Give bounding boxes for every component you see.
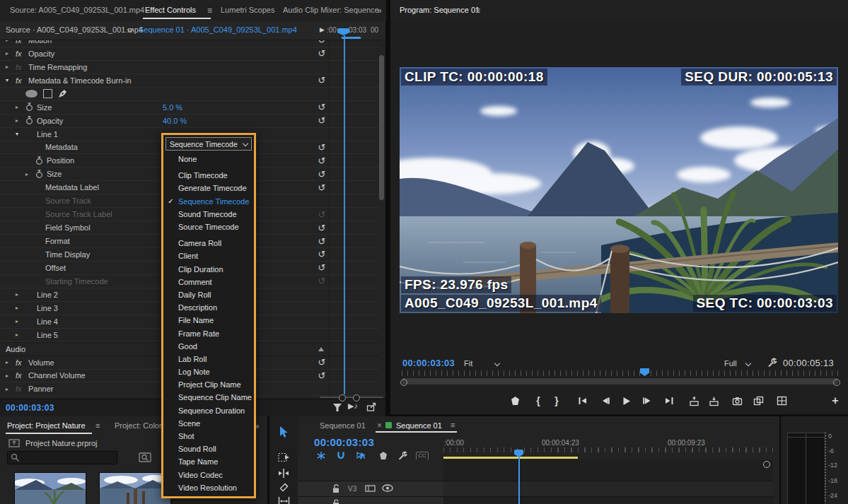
disclosure-triangle-icon[interactable]: ▸: [16, 117, 25, 124]
scrollbar-handle-right[interactable]: [833, 379, 840, 386]
program-panel-menu-icon[interactable]: ≡: [475, 6, 480, 16]
dropdown-item-none[interactable]: None: [163, 153, 254, 165]
zoom-level-select[interactable]: Fit: [464, 359, 472, 368]
program-video-frame[interactable]: CLIP TC: 00:00:00:18 SEQ DUR: 00:00:05:1…: [400, 67, 838, 313]
tab-source-monitor[interactable]: Source: A005_C049_09253L_001.mp4: [10, 6, 144, 14]
effect-row-size[interactable]: ▸Size5.0 %↺: [0, 101, 379, 115]
playback-resolution-select[interactable]: Full: [724, 359, 737, 368]
reset-parameter-icon[interactable]: ↺: [316, 156, 327, 166]
comparison-view-button[interactable]: [750, 394, 766, 408]
multi-camera-view-button[interactable]: [774, 394, 789, 408]
dropdown-item-daily-roll[interactable]: Daily Roll: [163, 288, 254, 301]
search-bin-icon[interactable]: [139, 452, 151, 462]
play-button[interactable]: [618, 394, 634, 408]
effect-row-opacity[interactable]: ▸fxOpacity↺: [0, 47, 379, 61]
ecp-playhead-line[interactable]: [344, 35, 345, 394]
play-audio-icon[interactable]: ▶♪: [348, 402, 358, 411]
reset-parameter-icon[interactable]: ↺: [316, 48, 327, 59]
selection-tool[interactable]: [277, 426, 291, 440]
thumbnail-clip-1[interactable]: [14, 472, 86, 504]
track-output-eye-icon[interactable]: [382, 484, 393, 492]
reset-parameter-icon[interactable]: ↺: [316, 262, 327, 273]
dropdown-item-sound-timecode[interactable]: Sound Timecode: [163, 208, 254, 221]
stopwatch-icon[interactable]: [35, 170, 47, 179]
step-back-button[interactable]: [598, 394, 613, 408]
dropdown-item-frame-rate[interactable]: Frame Rate: [163, 327, 254, 339]
go-to-in-button[interactable]: [575, 394, 591, 408]
timeline-scrollbar-handle[interactable]: [763, 461, 770, 468]
disclosure-triangle-icon[interactable]: ▾: [16, 131, 25, 137]
dropdown-item-sequence-duration[interactable]: Sequence Duration: [163, 404, 254, 417]
fx-badge-icon[interactable]: fx: [16, 358, 28, 367]
metadata-select[interactable]: Sequence Timecode: [165, 137, 252, 151]
stopwatch-icon[interactable]: [25, 102, 37, 112]
reset-parameter-icon[interactable]: ↺: [316, 115, 327, 126]
loop-playback-icon[interactable]: [366, 402, 377, 412]
tab-project-nature[interactable]: Project: Project Nature: [7, 421, 86, 430]
reset-parameter-icon[interactable]: ↺: [316, 182, 327, 193]
filter-properties-icon[interactable]: [332, 403, 343, 413]
dropdown-item-comment[interactable]: Comment: [163, 276, 254, 288]
thumbnail-clip-2[interactable]: [99, 472, 171, 504]
tab-sequence-01-active[interactable]: Sequence 01: [396, 421, 442, 430]
reset-parameter-icon[interactable]: ↺: [316, 142, 327, 153]
disclosure-triangle-icon[interactable]: ▸: [6, 50, 16, 57]
panel-menu-icon[interactable]: ≡: [207, 6, 212, 16]
fx-badge-icon[interactable]: fx: [16, 371, 28, 380]
program-scrub-ruler[interactable]: [402, 370, 838, 376]
search-input[interactable]: [20, 453, 108, 463]
scrollbar-handle-left[interactable]: [400, 379, 407, 386]
dropdown-item-camera-roll[interactable]: Camera Roll: [163, 237, 254, 250]
dropdown-item-shot[interactable]: Shot: [163, 430, 254, 443]
dropdown-item-client[interactable]: Client: [163, 250, 254, 262]
ecp-zoom-track[interactable]: [320, 397, 383, 398]
timeline-panel-menu-icon[interactable]: ≡: [451, 421, 455, 429]
lift-button[interactable]: [686, 394, 702, 408]
dropdown-item-good[interactable]: Good: [163, 340, 254, 353]
tab-program-monitor[interactable]: Program: Sequence 01: [400, 6, 480, 14]
tab-sequence-01-inactive[interactable]: Sequence 01: [320, 421, 366, 430]
sequence-clip-label[interactable]: Sequence 01 · A005_C049_09253L_001.mp4: [139, 25, 297, 34]
dropdown-item-log-note[interactable]: Log Note: [163, 365, 254, 378]
tab-audio-clip-mixer[interactable]: Audio Clip Mixer: Sequence: [283, 6, 379, 14]
button-editor-button[interactable]: +: [827, 394, 843, 408]
reset-parameter-icon[interactable]: ↺: [316, 249, 327, 259]
disclosure-triangle-icon[interactable]: ▸: [16, 318, 25, 324]
show-timeline-toggle-icon[interactable]: ▶: [320, 26, 325, 33]
disclosure-triangle-icon[interactable]: ▸: [16, 291, 25, 298]
property-value[interactable]: 5.0 %: [163, 103, 182, 112]
reset-parameter-icon[interactable]: ↺: [316, 276, 327, 286]
reset-parameter-icon[interactable]: ↺: [316, 357, 327, 368]
fx-badge-icon[interactable]: fx: [16, 49, 28, 58]
slip-tool[interactable]: [277, 494, 291, 504]
close-tab-icon[interactable]: ×: [377, 421, 382, 430]
ecp-vertical-scrollbar[interactable]: [379, 55, 384, 200]
track-label-v3[interactable]: V3: [348, 485, 356, 493]
dropdown-item-description[interactable]: Description: [163, 301, 254, 314]
add-marker-button[interactable]: [507, 394, 523, 408]
mark-out-button[interactable]: }: [549, 394, 564, 408]
reset-parameter-icon[interactable]: ↺: [316, 102, 327, 112]
track-v3-content[interactable]: [443, 481, 773, 497]
dropdown-item-sound-roll[interactable]: Sound Roll: [163, 443, 254, 455]
mark-in-button[interactable]: {: [530, 394, 546, 408]
reset-parameter-icon[interactable]: ↺: [316, 236, 327, 247]
program-current-timecode[interactable]: 00:00:03:03: [402, 358, 455, 368]
dropdown-item-sequence-clip-name[interactable]: Sequence Clip Name: [163, 391, 254, 404]
disclosure-triangle-icon[interactable]: ▸: [16, 332, 25, 338]
effect-row-metadata-timecode-burn-in[interactable]: ▾fxMetadata & Timecode Burn-in↺: [0, 74, 379, 88]
property-value[interactable]: 40.0 %: [163, 117, 187, 125]
disclosure-triangle-icon[interactable]: ▾: [6, 77, 16, 83]
sync-lock-icon[interactable]: [365, 484, 376, 493]
reset-parameter-icon[interactable]: ↺: [316, 223, 327, 233]
settings-wrench-icon[interactable]: [767, 358, 777, 368]
effect-row-opacity[interactable]: ▸Opacity40.0 %↺: [0, 115, 379, 128]
dropdown-item-generate-timecode[interactable]: Generate Timecode: [163, 182, 254, 194]
pen-mask-icon[interactable]: [58, 89, 68, 98]
dropdown-item-scene[interactable]: Scene: [163, 417, 254, 430]
tab-effect-controls[interactable]: Effect Controls: [145, 6, 196, 14]
fx-badge-icon[interactable]: fx: [16, 63, 28, 71]
dropdown-item-source-timecode[interactable]: Source Timecode: [163, 221, 254, 233]
program-scrollbar[interactable]: [402, 378, 838, 385]
ecp-current-timecode[interactable]: 00:00:03:03: [6, 403, 54, 413]
